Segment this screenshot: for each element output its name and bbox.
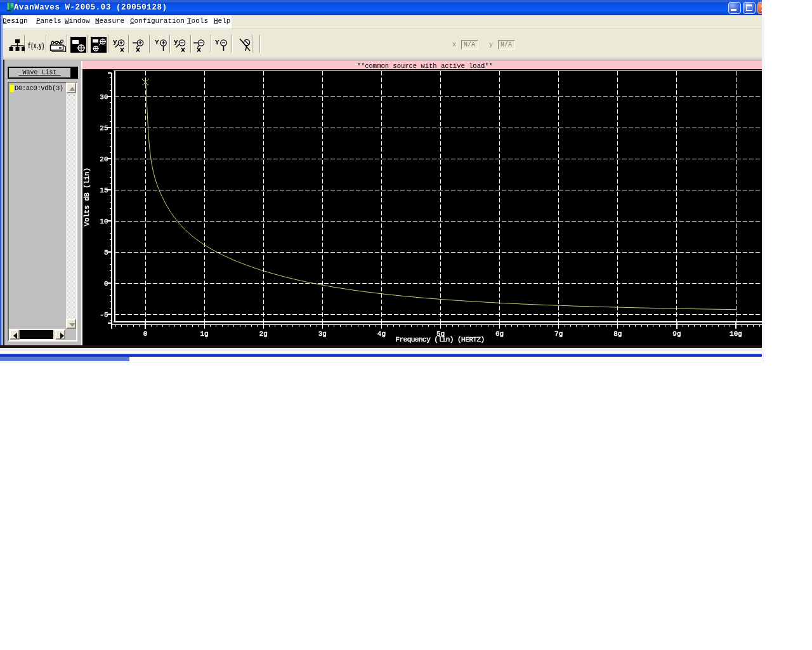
svg-text:Y: Y <box>215 39 219 46</box>
svg-text:20: 20 <box>100 156 108 163</box>
svg-text:y: y <box>113 38 117 46</box>
svg-text:7g: 7g <box>554 330 563 338</box>
svg-text:1g: 1g <box>200 330 208 338</box>
svg-text:8g: 8g <box>613 330 622 338</box>
svg-text:0: 0 <box>104 280 108 288</box>
svg-text:2g: 2g <box>259 330 268 338</box>
svg-text:Frequency (lin) (HERTZ): Frequency (lin) (HERTZ) <box>395 336 484 343</box>
svg-text:25: 25 <box>100 124 108 132</box>
svg-text:0: 0 <box>143 330 148 338</box>
svg-text:-5: -5 <box>100 311 108 319</box>
svg-text:f(x,y): f(x,y) <box>28 41 44 51</box>
svg-text:5: 5 <box>104 249 108 256</box>
svg-text:15: 15 <box>100 187 108 194</box>
svg-text:30: 30 <box>100 93 108 101</box>
svg-text:3g: 3g <box>318 330 327 338</box>
svg-text:10g: 10g <box>730 330 742 338</box>
svg-text:4g: 4g <box>377 330 386 338</box>
svg-text:y: y <box>174 38 178 46</box>
svg-text:Volts dB (lin): Volts dB (lin) <box>83 168 91 226</box>
svg-text:Y: Y <box>155 39 159 46</box>
svg-text:6g: 6g <box>495 330 504 338</box>
svg-text:10: 10 <box>100 218 108 225</box>
svg-text:9g: 9g <box>672 330 681 338</box>
